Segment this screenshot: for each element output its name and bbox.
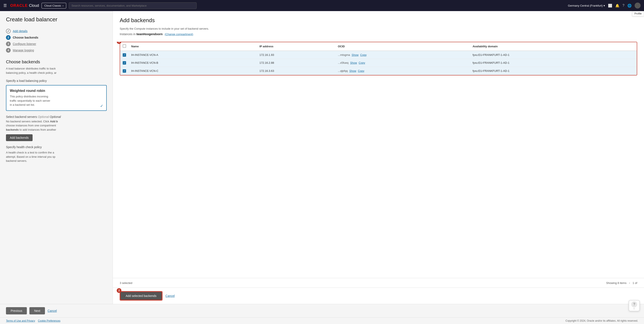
instance-ip-1: 172.16.1.93	[257, 51, 335, 59]
instance-availability-3: fyxu:EU-FRANKFURT-1-AD-1	[470, 67, 637, 75]
left-panel: Create load balancer ✓ Add details 2 Cho…	[0, 11, 113, 304]
column-checkbox	[120, 42, 129, 51]
step-3-label: Configure listener	[13, 42, 36, 46]
show-ocid-link-1[interactable]: Show	[352, 53, 359, 57]
policy-checkmark-icon: ✓	[100, 104, 103, 108]
row-checkbox-cell[interactable]: ✓	[120, 67, 129, 75]
search-input[interactable]	[69, 2, 196, 9]
change-compartment-link[interactable]: (Change compartment)	[164, 33, 193, 36]
show-ocid-link-2[interactable]: Show	[350, 61, 357, 64]
policy-title: Weighted round robin	[10, 89, 103, 93]
right-panel-wrapper: Add backends Specify the Compute instanc…	[113, 11, 644, 304]
instance-ip-2: 172.16.2.88	[257, 59, 335, 67]
pagination-prev-icon[interactable]: ‹	[628, 281, 632, 285]
row-checkbox-cell[interactable]: ✓	[120, 51, 129, 59]
choose-backends-title: Choose backends	[6, 60, 107, 64]
console-icon[interactable]: ⬜	[608, 4, 612, 8]
health-check-section: Specify health check policy A health che…	[6, 145, 107, 163]
optional-label: Optional	[38, 115, 49, 119]
column-availability: Availability domain	[470, 42, 637, 51]
row-checkbox-1[interactable]: ✓	[123, 53, 126, 57]
instances-label: Instances in IwanHoogendoorn (Change com…	[120, 33, 637, 36]
bell-icon[interactable]: 🔔	[615, 4, 620, 8]
right-bottom-bar: 2 Add selected backends Cancel	[113, 287, 644, 304]
instance-availability-2: fyxu:EU-FRANKFURT-1-AD-1	[470, 59, 637, 67]
show-ocid-link-3[interactable]: Show	[349, 69, 356, 73]
table-row: ✓ IH-INSTANCE-VCN-C 172.16.3.63 ...qlpfq…	[120, 67, 637, 75]
add-selected-backends-button[interactable]: Add selected backends	[120, 292, 162, 300]
step-3-circle: 3	[6, 42, 11, 46]
hamburger-menu-icon[interactable]: ☰	[4, 3, 7, 8]
help-widget[interactable]: ? ⠿	[629, 300, 640, 311]
right-panel: Add backends Specify the Compute instanc…	[113, 11, 644, 304]
previous-button[interactable]: Previous	[6, 307, 27, 314]
cookie-preferences-link[interactable]: Cookie Preferences	[38, 319, 60, 322]
add-backends-button[interactable]: Add backends	[6, 134, 32, 141]
table-row: ✓ IH-INSTANCE-VCN-A 172.16.1.93 ...mtsgm…	[120, 51, 637, 59]
policy-card[interactable]: Weighted round robin This policy distrib…	[6, 85, 107, 111]
wizard-step-1[interactable]: ✓ Add details	[6, 28, 107, 34]
column-ip: IP address	[257, 42, 335, 51]
backends-table-container: 1 Name IP address OCID	[113, 42, 644, 278]
add-backends-title: Add backends	[120, 17, 637, 24]
step-1-circle: ✓	[6, 29, 11, 34]
user-avatar[interactable]	[635, 3, 640, 9]
page-title: Create load balancer	[6, 16, 107, 23]
terms-link[interactable]: Terms of Use and Privacy	[6, 319, 35, 322]
instance-ocid-2: ...x5fueq Show Copy	[335, 59, 470, 67]
globe-icon[interactable]: 🌐	[628, 4, 632, 8]
column-ocid: OCID	[335, 42, 470, 51]
instance-ocid-3: ...qlpfqq Show Copy	[335, 67, 470, 75]
backend-servers-section: Select backend servers Optional Optional…	[6, 115, 107, 141]
terms-bar: Terms of Use and Privacy Cookie Preferen…	[0, 317, 644, 324]
pagination: Showing 8 items ‹ 1 of	[606, 281, 637, 285]
right-panel-header: Add backends Specify the Compute instanc…	[113, 11, 644, 42]
instance-ip-3: 172.16.3.63	[257, 67, 335, 75]
optional-italic: Optional	[50, 115, 61, 119]
brand-logo: ORACLE Cloud	[10, 4, 39, 8]
instance-name-1: IH-INSTANCE-VCN-A	[129, 51, 257, 59]
row-checkbox-cell[interactable]: ✓	[120, 59, 129, 67]
table-row: ✓ IH-INSTANCE-VCN-B 172.16.2.88 ...x5fue…	[120, 59, 637, 67]
profile-tooltip: Profile	[632, 11, 644, 16]
instance-ocid-1: ...mtsgma Show Copy	[335, 51, 470, 59]
table-footer: 3 selected Showing 8 items ‹ 1 of	[113, 278, 644, 287]
chevron-right-icon: ›	[62, 4, 64, 7]
copy-ocid-link-3[interactable]: Copy	[358, 69, 364, 73]
region-selector[interactable]: Germany Central (Frankfurt) ▾	[568, 4, 605, 7]
page-number: 1 of	[632, 281, 637, 284]
health-check-description: A health check is a test to confirm the …	[6, 150, 107, 163]
instance-name-3: IH-INSTANCE-VCN-C	[129, 67, 257, 75]
copyright-text: Copyright © 2024, Oracle and/or its affi…	[566, 319, 638, 322]
copy-ocid-link-2[interactable]: Copy	[359, 61, 365, 64]
cloud-label: Cloud	[29, 4, 39, 8]
policy-subsection-label: Specify a load balancing policy	[6, 79, 107, 83]
wizard-step-4[interactable]: 4 Manage logging	[6, 47, 107, 54]
help-dots: ⠿	[633, 308, 635, 310]
add-backends-description: Specify the Compute instances to include…	[120, 27, 637, 30]
help-icon[interactable]: ?	[622, 4, 624, 8]
next-button[interactable]: Next	[30, 307, 45, 314]
row-checkbox-2[interactable]: ✓	[123, 61, 126, 65]
top-navigation: ☰ ORACLE Cloud Cloud Classic › Germany C…	[0, 0, 644, 11]
wizard-step-2[interactable]: 2 Choose backends	[6, 34, 107, 41]
nav-right: Germany Central (Frankfurt) ▾ ⬜ 🔔 ? 🌐	[568, 3, 640, 9]
cancel-wizard-button[interactable]: Cancel	[48, 309, 57, 312]
wizard-steps: ✓ Add details 2 Choose backends 3 Config…	[6, 28, 107, 54]
select-all-checkbox[interactable]	[123, 44, 126, 48]
cloud-classic-button[interactable]: Cloud Classic ›	[42, 3, 66, 9]
backend-servers-label: Select backend servers Optional Optional	[6, 115, 107, 119]
oracle-label: ORACLE	[10, 4, 28, 8]
cancel-right-link[interactable]: Cancel	[166, 294, 175, 297]
chevron-down-icon: ▾	[604, 4, 605, 7]
health-check-label: Specify health check policy	[6, 145, 107, 149]
backend-description: No backend servers selected. Click Add b…	[6, 119, 107, 132]
copy-ocid-link-1[interactable]: Copy	[360, 53, 366, 57]
step-2-label: Choose backends	[13, 36, 38, 39]
terms-left: Terms of Use and Privacy Cookie Preferen…	[6, 319, 60, 322]
section-description: A load balancer distributes traffic to b…	[6, 67, 107, 75]
row-checkbox-3[interactable]: ✓	[123, 69, 126, 73]
showing-label: Showing 8 items	[606, 281, 626, 284]
step-4-label: Manage logging	[13, 49, 34, 52]
wizard-step-3[interactable]: 3 Configure listener	[6, 41, 107, 47]
